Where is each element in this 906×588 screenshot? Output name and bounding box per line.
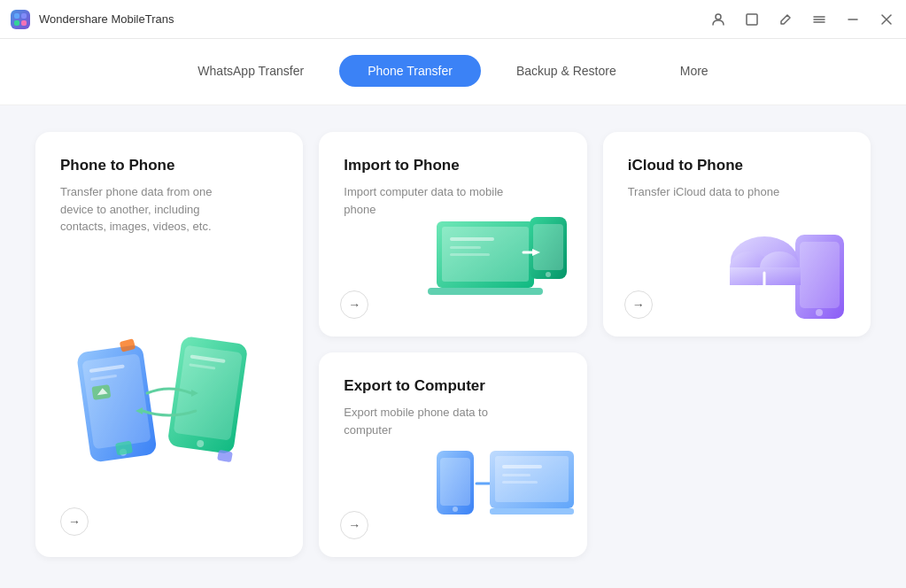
svg-rect-1 (21, 13, 27, 19)
card-import-title: Import to Phone (344, 157, 561, 174)
app-title: Wondershare MobileTrans (39, 12, 174, 26)
profile-button[interactable] (709, 11, 727, 28)
app-icon (11, 10, 30, 29)
svg-rect-5 (747, 14, 757, 25)
svg-rect-0 (14, 13, 19, 19)
card-export-to-computer[interactable]: Export to Computer Export mobile phone d… (319, 352, 586, 557)
nav-bar: WhatsApp Transfer Phone Transfer Backup … (0, 39, 906, 105)
title-bar-controls (709, 11, 895, 28)
svg-rect-3 (21, 20, 27, 26)
svg-rect-55 (502, 465, 542, 468)
svg-rect-2 (14, 20, 19, 26)
card-phone-to-phone-title: Phone to Phone (60, 157, 278, 174)
svg-point-37 (546, 272, 551, 277)
svg-rect-49 (440, 458, 470, 506)
close-button[interactable] (878, 11, 895, 28)
tab-more[interactable]: More (652, 55, 737, 87)
card-export-title: Export to Computer (344, 377, 561, 395)
window-button[interactable] (743, 11, 761, 28)
card-icloud-desc: Transfer iCloud data to phone (628, 183, 805, 201)
card-icloud-title: iCloud to Phone (628, 157, 846, 174)
card-phone-to-phone-arrow[interactable]: → (60, 507, 89, 536)
main-content: Phone to Phone Transfer phone data from … (0, 105, 906, 584)
svg-rect-33 (450, 246, 481, 249)
minimize-button[interactable] (844, 11, 862, 28)
menu-button[interactable] (810, 11, 828, 28)
svg-rect-40 (800, 242, 840, 308)
svg-rect-56 (502, 474, 530, 476)
card-icloud-arrow[interactable]: → (624, 290, 653, 319)
tab-backup[interactable]: Backup & Restore (488, 55, 645, 87)
svg-point-50 (453, 507, 458, 512)
card-import-arrow[interactable]: → (340, 290, 368, 319)
card-export-desc: Export mobile phone data to computer (344, 404, 521, 438)
card-import-to-phone[interactable]: Import to Phone Import computer data to … (319, 132, 586, 337)
edit-button[interactable] (777, 11, 794, 28)
svg-rect-54 (490, 508, 574, 514)
title-bar-left: Wondershare MobileTrans (11, 10, 174, 29)
svg-rect-36 (533, 224, 563, 270)
svg-rect-32 (450, 237, 494, 241)
svg-point-41 (816, 309, 823, 316)
tab-phone[interactable]: Phone Transfer (339, 55, 481, 87)
card-icloud-to-phone[interactable]: iCloud to Phone Transfer iCloud data to … (603, 132, 871, 337)
svg-rect-31 (428, 288, 543, 295)
card-export-arrow[interactable]: → (340, 511, 368, 539)
svg-rect-27 (217, 450, 233, 463)
title-bar: Wondershare MobileTrans (0, 0, 906, 39)
svg-rect-53 (495, 456, 569, 502)
card-phone-to-phone[interactable]: Phone to Phone Transfer phone data from … (35, 132, 303, 557)
tab-whatsapp[interactable]: WhatsApp Transfer (169, 55, 332, 87)
svg-rect-57 (502, 481, 538, 484)
svg-point-4 (716, 14, 721, 19)
card-phone-to-phone-desc: Transfer phone data from one device to a… (60, 183, 237, 236)
svg-rect-34 (450, 253, 490, 256)
svg-marker-47 (757, 285, 771, 294)
